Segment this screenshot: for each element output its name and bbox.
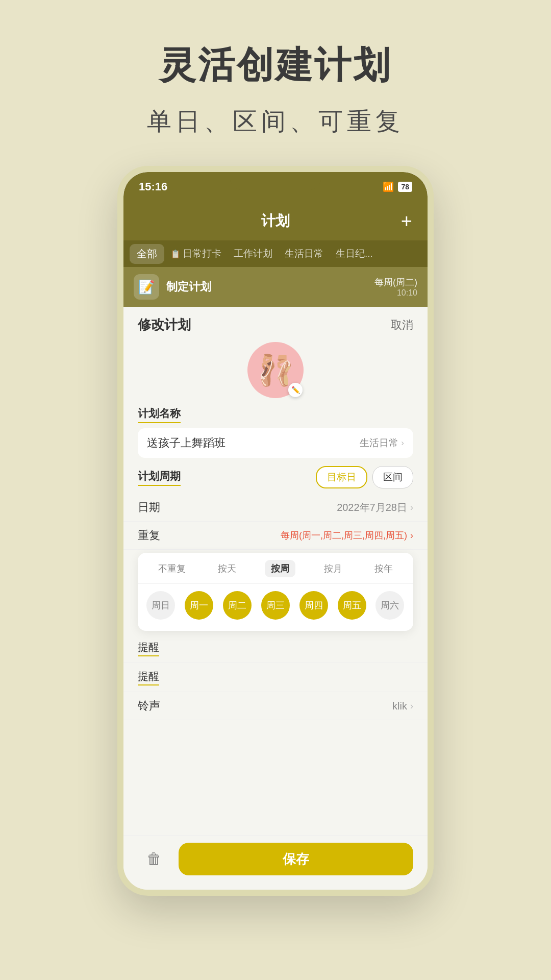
status-icons: 📶 78 (383, 181, 412, 192)
chevron-right-icon: › (401, 438, 404, 448)
period-section: 计划周期 目标日 区间 (123, 458, 428, 494)
form-header: 修改计划 取消 (123, 307, 428, 338)
repeat-tab-week[interactable]: 按周 (265, 560, 295, 577)
repeat-tab-month[interactable]: 按月 (320, 560, 346, 577)
weekday-mon[interactable]: 周一 (185, 591, 213, 620)
plan-name: 制定计划 (166, 279, 367, 295)
battery-badge: 78 (398, 182, 412, 192)
ringtone-row[interactable]: 铃声 klik › (123, 692, 428, 720)
page-subtitle: 单日、区间、可重复 (147, 105, 404, 138)
app-header: 计划 + (123, 202, 428, 240)
tab-birthday[interactable]: 生日纪... (330, 244, 379, 263)
avatar-area: 🩰 ✏️ (123, 338, 428, 401)
repeat-tabs: 不重复 按天 按周 按月 按年 (138, 560, 413, 584)
save-button[interactable]: 保存 (179, 843, 413, 875)
weekday-sun[interactable]: 周日 (146, 591, 175, 620)
form-title: 修改计划 (138, 316, 191, 334)
weekday-tue[interactable]: 周二 (223, 591, 252, 620)
plan-icon: 📝 (134, 274, 159, 300)
avatar-edit-icon[interactable]: ✏️ (288, 383, 303, 397)
date-chevron-icon: › (410, 502, 413, 513)
reminder-row-1[interactable]: 提醒 (123, 634, 428, 663)
period-buttons: 目标日 区间 (316, 466, 413, 488)
period-label: 计划周期 (138, 469, 181, 486)
repeat-label: 重复 (138, 528, 160, 543)
trash-button[interactable]: 🗑 (138, 843, 170, 875)
tab-daily[interactable]: 📋 日常打卡 (164, 244, 228, 263)
weekday-fri[interactable]: 周五 (338, 591, 366, 620)
repeat-tab-day[interactable]: 按天 (214, 560, 240, 577)
reminder-row-2[interactable]: 提醒 (123, 663, 428, 692)
ringtone-chevron-icon: › (410, 701, 413, 712)
weekday-wed[interactable]: 周三 (261, 591, 290, 620)
phone-frame: 15:16 📶 78 计划 + 全部 📋 日常打卡 工作计划 (117, 166, 434, 896)
repeat-tab-no[interactable]: 不重复 (154, 560, 190, 577)
ringtone-label: 铃声 (138, 698, 160, 714)
repeat-chevron-icon: › (410, 530, 413, 541)
repeat-row[interactable]: 重复 每周(周一,周二,周三,周四,周五) › (123, 522, 428, 550)
plan-preview-row[interactable]: 📝 制定计划 每周(周二) 10:10 (123, 267, 428, 307)
date-value: 2022年7月28日 (337, 501, 407, 514)
repeat-value: 每周(周一,周二,周三,周四,周五) (281, 529, 407, 542)
weekday-row: 周日 周一 周二 周三 周四 周五 (138, 584, 413, 624)
wifi-icon: 📶 (383, 181, 394, 192)
cancel-button[interactable]: 取消 (391, 317, 413, 333)
plan-name-label: 计划名称 (138, 406, 181, 423)
save-bar: 🗑 保存 (123, 835, 428, 890)
status-time: 15:16 (139, 180, 167, 193)
plan-name-input-row: 送孩子上舞蹈班 生活日常 › (138, 428, 413, 458)
weekday-thu[interactable]: 周四 (299, 591, 328, 620)
tab-all[interactable]: 全部 (130, 244, 164, 264)
add-button[interactable]: + (401, 210, 412, 232)
phone-notch (230, 172, 321, 190)
date-row[interactable]: 日期 2022年7月28日 › (123, 494, 428, 522)
date-label: 日期 (138, 500, 160, 515)
period-target-day-button[interactable]: 目标日 (316, 466, 367, 488)
tab-bar: 全部 📋 日常打卡 工作计划 生活日常 生日纪... (123, 240, 428, 267)
weekday-sat[interactable]: 周六 (375, 591, 404, 620)
tab-work[interactable]: 工作计划 (228, 244, 279, 263)
plan-name-value[interactable]: 送孩子上舞蹈班 (147, 435, 354, 451)
form-area: 修改计划 取消 🩰 ✏️ 计划名称 送孩子上舞蹈班 生活日常 › (123, 307, 428, 859)
tab-life[interactable]: 生活日常 (279, 244, 330, 263)
category-selector[interactable]: 生活日常 › (360, 436, 404, 450)
repeat-dropdown: 不重复 按天 按周 按月 按年 周日 周一 周二 (138, 553, 413, 631)
avatar-circle[interactable]: 🩰 ✏️ (247, 342, 304, 398)
ringtone-value: klik (392, 700, 407, 712)
avatar-emoji: 🩰 (257, 353, 294, 387)
repeat-tab-year[interactable]: 按年 (370, 560, 397, 577)
header-title: 计划 (230, 211, 321, 231)
category-label: 生活日常 (360, 436, 398, 450)
plan-name-section: 计划名称 (123, 401, 428, 423)
period-range-button[interactable]: 区间 (372, 466, 413, 488)
page-title: 灵活创建计划 (159, 41, 392, 90)
plan-time-info: 每周(周二) 10:10 (374, 276, 417, 298)
reminder-label-2: 提醒 (138, 669, 159, 685)
reminder-label-1: 提醒 (138, 640, 159, 656)
